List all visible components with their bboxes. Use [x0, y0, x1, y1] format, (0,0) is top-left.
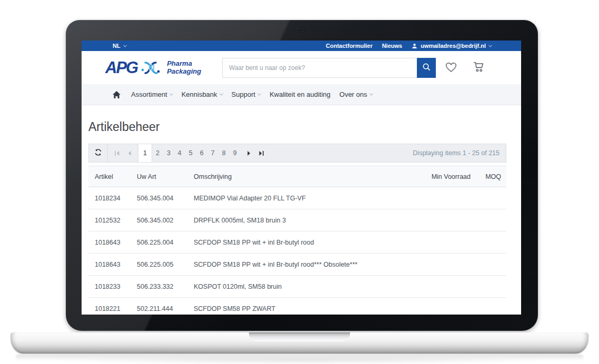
cart-button[interactable]: [472, 60, 485, 75]
logo-tagline: Pharma Packaging: [167, 60, 201, 76]
language-selector[interactable]: NL: [113, 43, 126, 49]
cell-uw-art: 506.225.005: [131, 254, 187, 276]
cell-min-voorraad: [418, 209, 476, 231]
page-title: Artikelbeheer: [88, 120, 521, 134]
table-row[interactable]: 1018221502.211.444SCFDOP SM58 PP ZWART: [88, 298, 506, 315]
cell-moq: [476, 276, 506, 298]
cell-omschrijving: SCFDOP SM18 PP wit + inl Br-butyl rood**…: [187, 254, 418, 276]
cell-omschrijving: SCFDOP SM18 PP wit + inl Br-butyl rood: [187, 231, 418, 254]
last-page-button[interactable]: [258, 150, 264, 156]
shopping-cart-icon: [472, 60, 485, 75]
webcam-icon: [300, 28, 304, 32]
column-header[interactable]: MOQ: [476, 166, 506, 187]
page-number[interactable]: 3: [163, 144, 174, 162]
cell-artikel: 1018221: [88, 298, 131, 315]
cell-omschrijving: SCFDOP SM58 PP ZWART: [187, 298, 418, 315]
page-number[interactable]: 2: [152, 144, 163, 162]
main-navigation: Assortiment Kennisbank Support Kwaliteit…: [82, 84, 521, 105]
refresh-icon: [94, 148, 102, 158]
cell-moq: [476, 231, 506, 254]
chevron-down-icon: [369, 92, 373, 96]
cell-uw-art: 502.211.444: [131, 298, 187, 315]
next-page-button[interactable]: [247, 150, 252, 156]
chevron-down-icon: [123, 43, 127, 47]
page-number[interactable]: 5: [185, 144, 196, 162]
nav-item-over-ons[interactable]: Over ons: [340, 90, 373, 98]
table-row[interactable]: 1012532506.345.002DRPFLK 0005ml, SM18 br…: [88, 209, 506, 231]
user-email: uwmailadres@bedrijf.nl: [421, 43, 486, 49]
pagination-bar: 123456789 Displaying items 1 - 25 of 215: [88, 144, 506, 163]
articles-table: ArtikelUw ArtOmschrijvingMin VoorraadMOQ…: [88, 166, 506, 315]
person-icon: [412, 43, 417, 49]
cell-uw-art: 506.233.332: [131, 276, 187, 298]
page-number[interactable]: 9: [229, 144, 241, 162]
search-button[interactable]: [417, 58, 436, 78]
cell-min-voorraad: [418, 187, 476, 209]
search-icon: [422, 63, 431, 73]
laptop-base-notch: [249, 332, 350, 341]
page-number[interactable]: 4: [174, 144, 185, 162]
page-number[interactable]: 7: [207, 144, 218, 162]
column-header[interactable]: Artikel: [88, 166, 131, 187]
top-utility-bar: NL Contactformulier Nieuws uwm: [82, 41, 521, 51]
cell-uw-art: 506.345.004: [131, 187, 187, 209]
table-row[interactable]: 1018643506.225.005SCFDOP SM18 PP wit + i…: [88, 254, 506, 276]
wishlist-button[interactable]: [444, 60, 458, 75]
nav-item-assortiment[interactable]: Assortiment: [131, 90, 173, 98]
nav-item-kennisbank[interactable]: Kennisbank: [182, 90, 223, 98]
cell-artikel: 1012532: [88, 209, 131, 231]
heart-icon: [444, 60, 458, 75]
cell-omschrijving: MEDIMOP Vial Adapter 20 FLL TG-VF: [187, 187, 418, 209]
cell-moq: [476, 209, 506, 231]
previous-page-button[interactable]: [127, 150, 132, 156]
news-link[interactable]: Nieuws: [382, 43, 403, 49]
cell-moq: [476, 254, 506, 276]
pager-status: Displaying items 1 - 25 of 215: [413, 149, 500, 157]
cell-moq: [476, 187, 506, 209]
home-icon[interactable]: [112, 90, 121, 99]
page-number[interactable]: 6: [196, 144, 207, 162]
cell-min-voorraad: [418, 254, 476, 276]
table-row[interactable]: 1018233506.233.332KOSPOT 0120ml, SM58 br…: [88, 276, 506, 298]
nav-item-kwaliteit-en-auditing[interactable]: Kwaliteit en auditing: [269, 90, 331, 98]
search-input[interactable]: [222, 58, 417, 78]
column-header[interactable]: Min Voorraad: [418, 166, 476, 187]
column-header[interactable]: Omschrijving: [187, 166, 418, 187]
column-header[interactable]: Uw Art: [131, 166, 187, 187]
chevron-down-icon: [488, 43, 492, 47]
table-row[interactable]: 1018234506.345.004MEDIMOP Vial Adapter 2…: [88, 187, 506, 209]
pager-spacer: [271, 144, 413, 162]
cell-min-voorraad: [418, 298, 476, 315]
laptop-base: [11, 332, 588, 353]
dna-helix-icon: [141, 59, 165, 76]
cell-moq: [476, 298, 506, 315]
user-account-menu[interactable]: uwmailadres@bedrijf.nl: [412, 43, 492, 49]
chevron-down-icon: [169, 92, 173, 96]
language-label: NL: [113, 43, 121, 49]
refresh-button[interactable]: [89, 144, 108, 162]
first-page-button[interactable]: [114, 150, 120, 156]
page-number[interactable]: 1: [138, 144, 152, 162]
pager-pages: 123456789: [138, 144, 241, 162]
table-row[interactable]: 1018643506.225.004SCFDOP SM18 PP wit + i…: [88, 231, 506, 254]
cell-uw-art: 506.345.002: [131, 209, 187, 231]
chevron-down-icon: [219, 92, 223, 96]
cell-artikel: 1018643: [88, 231, 131, 254]
search-bar: [222, 58, 436, 78]
cell-uw-art: 506.225.004: [131, 231, 187, 254]
cell-omschrijving: KOSPOT 0120ml, SM58 bruin: [187, 276, 418, 298]
logo-text: APG: [105, 59, 137, 76]
page-content: Artikelbeheer: [82, 105, 521, 315]
company-logo[interactable]: APG Pharma Packaging: [105, 59, 217, 76]
page-number[interactable]: 8: [218, 144, 229, 162]
laptop-mockup: NL Contactformulier Nieuws uwm: [0, 0, 599, 364]
chevron-down-icon: [257, 92, 261, 96]
site-header: APG Pharma Packaging: [82, 51, 521, 84]
cell-min-voorraad: [418, 231, 476, 254]
cell-artikel: 1018233: [88, 276, 131, 298]
nav-item-support[interactable]: Support: [232, 90, 261, 98]
cell-artikel: 1018234: [88, 187, 131, 209]
laptop-screen: NL Contactformulier Nieuws uwm: [82, 41, 521, 315]
contact-form-link[interactable]: Contactformulier: [326, 43, 373, 49]
cell-min-voorraad: [418, 276, 476, 298]
